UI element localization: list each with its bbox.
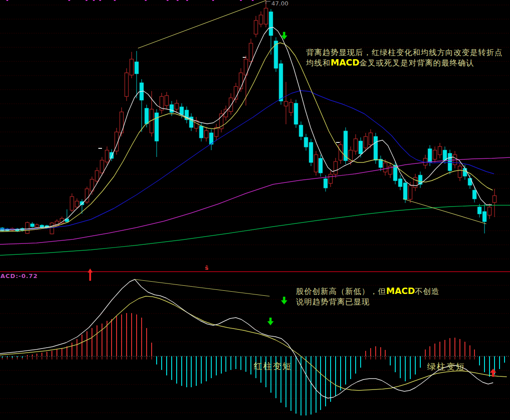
top-annotation: 背离趋势显现后，红绿柱变化和均线方向改变是转折点 均线和MACD金叉或死叉是对背… — [306, 47, 503, 68]
candle-body — [463, 168, 467, 176]
candle-body — [458, 166, 462, 177]
green-down-arrow — [267, 318, 274, 325]
candle-body — [478, 207, 481, 214]
macd-annotation: 股价创新高（新低），但MACD不创造 说明趋势背离已显现 — [296, 286, 439, 307]
candle-body — [403, 183, 407, 199]
candle-body — [374, 137, 377, 160]
candle-body — [383, 163, 387, 172]
peak-price-pointer — [266, 1, 270, 4]
candle-body — [254, 20, 258, 34]
ma-longest-green — [0, 205, 510, 255]
candle-body — [289, 102, 293, 112]
candle-body — [314, 155, 318, 172]
candle-body — [284, 101, 288, 106]
top-annotation-line1: 背离趋势显现后，红绿柱变化和均线方向改变是转折点 — [306, 47, 503, 57]
candle-body — [175, 103, 178, 109]
top-scale-tick — [99, 0, 101, 1]
candle-body — [239, 73, 243, 89]
candle-body — [95, 171, 99, 181]
top-scale-tick — [145, 0, 147, 1]
candle-body — [364, 137, 367, 148]
candle-body — [334, 162, 337, 174]
candle-body — [229, 98, 233, 111]
candle-body — [428, 149, 432, 162]
candle-body — [135, 62, 138, 74]
candle-body — [249, 43, 253, 61]
candle-body — [443, 150, 447, 160]
candle-body — [180, 107, 184, 115]
candle-body — [299, 125, 303, 137]
candle-body — [483, 212, 486, 222]
top-scale-tick — [114, 0, 116, 1]
top-scale-tick — [6, 0, 8, 1]
candle-body — [100, 160, 104, 173]
candle-body — [155, 113, 158, 141]
candle-body — [448, 153, 452, 171]
candle-body — [488, 207, 491, 215]
top-annotation-line1-text: 背离趋势显现后，红绿柱变化和均线方向改变是转折点 — [306, 48, 503, 57]
candle-body — [145, 108, 148, 124]
top-scale-tick — [86, 0, 87, 1]
macd-annotation-line1: 股价创新高（新低），但MACD不创造 — [296, 286, 439, 297]
top-annotation-line2: 均线和MACD金叉或死叉是对背离的最终确认 — [306, 57, 503, 68]
candle-body — [354, 139, 357, 151]
candle-body — [438, 147, 442, 155]
candle-body — [204, 131, 208, 138]
candle-body — [125, 73, 128, 96]
candle-body — [329, 174, 332, 183]
top-scale-tick — [68, 0, 70, 1]
macd-annotation-line2-text: 说明趋势背离已显现 — [296, 297, 370, 306]
macd-annotation-line1-post: 不创造 — [415, 287, 439, 296]
candle-body — [199, 126, 203, 138]
candle-body — [408, 186, 412, 199]
candle-body — [269, 12, 273, 35]
red-bars-shrinking-label: 红柱变短 — [254, 360, 292, 372]
top-scale-tick — [240, 0, 242, 1]
candle-body — [393, 165, 397, 181]
candle-body — [75, 201, 79, 207]
candle-body — [120, 112, 123, 133]
top-scale-tick — [186, 0, 188, 1]
top-scale-tick — [252, 0, 254, 1]
candle-body — [130, 59, 133, 75]
top-scale-tick — [167, 0, 168, 1]
macd-value-label: ACD:-0.72 — [0, 273, 38, 279]
candle-body — [413, 177, 417, 187]
macd-trendline — [135, 279, 270, 296]
price-trendline — [138, 0, 266, 48]
peak-price-label: 47.00 — [271, 0, 288, 7]
candle-body — [105, 150, 109, 162]
candle-body — [369, 133, 372, 145]
candle-body — [279, 64, 283, 101]
chart-stage: 47.00 背离趋势显现后，红绿柱变化和均线方向改变是转折点 均线和MACD金叉… — [0, 0, 510, 420]
candle-body — [35, 225, 39, 227]
candle-body — [304, 137, 308, 147]
candle-body — [324, 179, 327, 188]
top-annotation-line2-pre: 均线和 — [306, 58, 331, 67]
candle-body — [493, 196, 496, 202]
top-scale-tick — [93, 0, 95, 1]
top-annotation-macd-highlight: MACD — [331, 57, 359, 67]
green-down-arrow — [281, 297, 287, 304]
red-up-arrow — [88, 268, 93, 281]
macd-annotation-line2: 说明趋势背离已显现 — [296, 297, 439, 307]
candle-body — [170, 105, 173, 112]
macd-annotation-macd-highlight: MACD — [386, 286, 415, 296]
candle-body — [165, 96, 168, 106]
candle-body — [473, 190, 476, 199]
candle-body — [31, 224, 34, 227]
candle-body — [398, 179, 402, 187]
macd-annotation-line1-pre: 股价创新高（新低），但 — [296, 287, 386, 296]
candle-body — [264, 8, 268, 24]
candle-body — [359, 141, 362, 154]
top-annotation-line2-post: 金叉或死叉是对背离的最终确认 — [359, 58, 474, 67]
candle-body — [26, 223, 29, 233]
candle-body — [70, 197, 74, 210]
candle-body — [50, 223, 54, 234]
ex-rights-marker: ŝ — [205, 264, 209, 271]
candle-body — [433, 150, 437, 159]
top-scale-tick — [177, 0, 178, 1]
green-bars-shrinking-label: 绿柱变短 — [427, 361, 465, 373]
top-scale-tick — [212, 0, 214, 1]
candle-body — [309, 142, 313, 162]
